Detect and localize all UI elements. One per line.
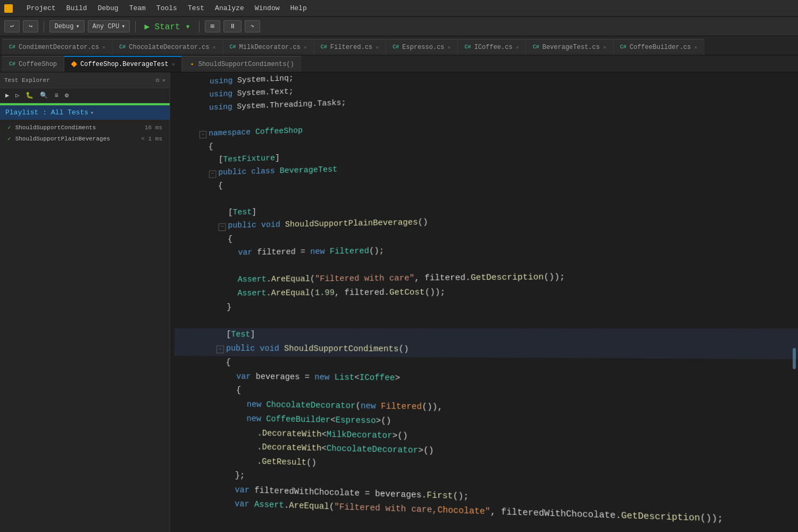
- cs-icon: C#: [9, 44, 15, 50]
- keyword: new: [361, 400, 376, 414]
- menu-tools[interactable]: Tools: [151, 2, 182, 14]
- string-literal: ": [485, 505, 491, 520]
- tab-bar-row1: C# CondimentDecorator.cs ✕ C# ChocolateD…: [0, 36, 798, 55]
- code-text: [: [228, 206, 233, 220]
- panel-controls: ⊟ ✕: [156, 77, 165, 84]
- line-number: [179, 149, 199, 149]
- code-text: <: [321, 442, 327, 456]
- tab-icoffee[interactable]: C# ICoffee.cs ✕: [458, 39, 526, 55]
- menu-test[interactable]: Test: [182, 2, 210, 14]
- keyword: using: [210, 75, 233, 89]
- menu-help[interactable]: Help: [285, 2, 312, 14]
- search-btn[interactable]: 🔍: [38, 90, 50, 101]
- list-item[interactable]: ✓ ShouldSupportCondiments 16 ms: [0, 122, 170, 133]
- code-text: , filtered.: [335, 286, 389, 301]
- tab-close-icon[interactable]: ✕: [213, 44, 216, 51]
- te-toolbar: ▶ ▷ 🐛 🔍 ≡ ⚙: [0, 88, 170, 103]
- code-text: .: [257, 455, 262, 469]
- tab-beveragetest-active[interactable]: 🔶 CoffeeShop.BeverageTest ✕: [64, 56, 182, 72]
- run-all-btn[interactable]: ▶: [3, 90, 11, 101]
- playlist-label: Playlist : All Tests: [5, 109, 88, 117]
- code-text: [261, 412, 266, 427]
- step-btn[interactable]: ↷: [245, 20, 260, 32]
- method-name: GetDescription: [470, 271, 544, 286]
- bracket: {: [228, 233, 232, 246]
- redo-btn[interactable]: ↪: [23, 20, 38, 32]
- debug-btn[interactable]: 🐛: [23, 90, 36, 101]
- tab-close-icon[interactable]: ✕: [102, 44, 105, 51]
- collapse-btn[interactable]: −: [209, 170, 217, 178]
- main-area: Test Explorer ⊟ ✕ ▶ ▷ 🐛 🔍 ≡ ⚙ Playlist :…: [0, 72, 798, 532]
- tab-coffeeshop[interactable]: C# CoffeeShop: [2, 56, 64, 72]
- line-number: [203, 491, 225, 492]
- menu-debug[interactable]: Debug: [93, 2, 124, 14]
- tab-close-icon[interactable]: ✕: [376, 44, 379, 51]
- collapse-btn[interactable]: −: [217, 346, 224, 354]
- tab-coffeebuilder[interactable]: C# CoffeeBuilder.cs ✕: [613, 39, 704, 55]
- tab-close-icon[interactable]: ✕: [172, 61, 175, 68]
- code-text: ]: [252, 206, 256, 219]
- keyword: new: [247, 398, 262, 412]
- cs-icon: C#: [393, 44, 399, 50]
- keyword: var: [235, 497, 250, 512]
- config-dropdown[interactable]: Debug ▾: [49, 20, 84, 32]
- tab-espresso[interactable]: C# Espresso.cs ✕: [386, 39, 458, 55]
- keyword: var: [238, 246, 252, 260]
- list-item[interactable]: ✓ ShouldSupportPlainBeverages < 1 ms: [0, 133, 170, 144]
- method-name: GetResult: [262, 455, 306, 471]
- tab-bar-row2: C# CoffeeShop 🔶 CoffeeShop.BeverageTest …: [0, 55, 798, 72]
- line-number: [180, 84, 200, 85]
- platform-arrow: ▾: [121, 22, 125, 30]
- tab-close-icon[interactable]: ✕: [304, 44, 307, 51]
- menu-analyze[interactable]: Analyze: [210, 2, 250, 14]
- break-btn[interactable]: ⏸: [223, 20, 242, 32]
- main-toolbar: ↩ ↪ Debug ▾ Any CPU ▾ ▶ Start ▾ ⊞ ⏸ ↷: [0, 17, 798, 36]
- playlist-arrow-icon: ▾: [90, 110, 94, 116]
- platform-dropdown[interactable]: Any CPU ▾: [88, 20, 130, 32]
- minimap-indicator: [793, 348, 796, 369]
- playlist-header[interactable]: Playlist : All Tests ▾: [0, 105, 170, 120]
- filter-btn[interactable]: ⚙: [63, 90, 71, 101]
- menu-team[interactable]: Team: [124, 2, 151, 14]
- method-name: AreEqual: [289, 499, 329, 515]
- string-literal: "Filtered with care": [315, 272, 414, 287]
- tab-beveragetest[interactable]: C# BeverageTest.cs ✕: [526, 39, 613, 55]
- tab-milkdecorator[interactable]: C# MilkDecorator.cs ✕: [223, 39, 314, 55]
- type-name: ChocolateDecorator: [327, 442, 419, 459]
- collapse-btn[interactable]: −: [219, 223, 226, 230]
- line-number: [188, 175, 209, 176]
- tab-close-icon[interactable]: ✕: [694, 44, 697, 51]
- attach-btn[interactable]: ⊞: [205, 20, 220, 32]
- menu-window[interactable]: Window: [250, 2, 285, 14]
- tab-close-icon[interactable]: ✕: [603, 44, 606, 51]
- method-name: First: [427, 488, 453, 504]
- code-text: ]: [275, 152, 280, 165]
- method-name: GetCost: [389, 286, 425, 301]
- code-editor[interactable]: using System.Linq; using System.Text; us…: [170, 72, 798, 532]
- tab-label: CondimentDecorator.cs: [19, 44, 99, 51]
- code-text: [279, 342, 284, 356]
- separator-2: [135, 21, 136, 32]
- tab-close-icon[interactable]: ✕: [516, 44, 519, 51]
- tab-filtered[interactable]: C# Filtered.cs ✕: [314, 39, 386, 55]
- run-selected-btn[interactable]: ▷: [13, 90, 21, 101]
- undo-btn[interactable]: ↩: [4, 20, 20, 32]
- line-number: [226, 435, 248, 435]
- tab-shouldsupport[interactable]: 🔸 ShouldSupportCondiments(): [182, 56, 301, 72]
- code-text: (: [355, 400, 361, 414]
- start-button[interactable]: ▶ Start ▾: [141, 20, 193, 33]
- group-btn[interactable]: ≡: [52, 91, 60, 101]
- tab-close-icon[interactable]: ✕: [447, 44, 451, 51]
- code-text: <: [321, 428, 326, 442]
- tab-chocolatedecorator[interactable]: C# ChocolateDecorator.cs ✕: [112, 39, 222, 55]
- keyword: public: [226, 342, 255, 356]
- menu-project[interactable]: Project: [21, 2, 61, 14]
- line-number: [178, 202, 198, 202]
- collapse-btn[interactable]: −: [200, 131, 207, 138]
- tab-condimentdecorator[interactable]: C# CondimentDecorator.cs ✕: [2, 39, 112, 55]
- line-number: [179, 123, 200, 123]
- line-number: [226, 463, 247, 463]
- tab-label: ICoffee.cs: [474, 44, 512, 51]
- menu-build[interactable]: Build: [61, 2, 93, 14]
- code-text: ]: [250, 328, 255, 342]
